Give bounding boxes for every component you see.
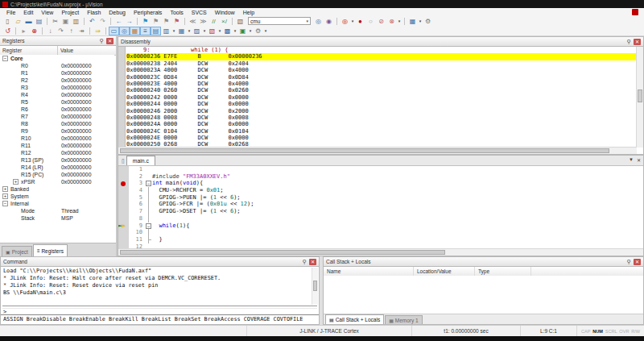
register-row[interactable]: R13 (SP)0x00000000 — [0, 156, 114, 164]
register-row[interactable]: R15 (PC)0x00000000 — [0, 171, 114, 178]
save-icon[interactable]: ▬ — [23, 17, 34, 26]
show-next-statement-icon[interactable]: ⇒ — [93, 27, 103, 35]
scrollbar-thumb[interactable] — [120, 148, 609, 153]
chevron-down-icon[interactable]: ▼ — [629, 157, 634, 163]
analysis-window-icon[interactable]: ▧ — [207, 27, 217, 35]
fold-margin[interactable] — [145, 166, 152, 173]
disassembly-line[interactable]: 0x0000023C 0D84 DCW 0x0D84 — [126, 74, 636, 81]
navigate-back-icon[interactable]: ← — [114, 17, 124, 26]
kill-all-breakpoints-icon[interactable]: ⊗ — [386, 17, 397, 26]
register-row[interactable]: R100x00000000 — [0, 135, 114, 142]
indent-icon[interactable]: ≫ — [198, 17, 208, 26]
tree-expand-icon[interactable]: + — [13, 179, 19, 185]
menu-debug[interactable]: Debug — [105, 10, 130, 15]
run-to-cursor-icon[interactable]: ↠ — [76, 27, 87, 35]
register-row[interactable]: R60x00000000 — [0, 106, 114, 113]
step-into-icon[interactable]: ↓ — [45, 27, 56, 35]
new-file-icon[interactable]: ▯ — [2, 17, 13, 26]
vertical-scrollbar[interactable] — [636, 47, 643, 148]
outdent-icon[interactable]: ≪ — [188, 17, 198, 26]
fold-margin[interactable] — [145, 229, 152, 236]
disassembly-line[interactable]: 0x0000024A 0000 DCW 0x0000 — [126, 121, 636, 127]
breakpoint-margin[interactable] — [118, 187, 129, 194]
pin-icon[interactable]: ⚲ — [303, 259, 307, 265]
fold-margin[interactable]: − — [145, 222, 152, 230]
symbols-window-icon[interactable]: ▦ — [130, 27, 140, 35]
callstack-window-icon[interactable]: ▤ — [151, 27, 161, 35]
menu-peripherals[interactable]: Peripherals — [130, 10, 166, 15]
breakpoint-margin[interactable] — [118, 201, 129, 208]
register-row[interactable]: R110x00000000 — [0, 142, 114, 149]
run-icon[interactable]: ▸ — [19, 27, 29, 35]
stop-icon[interactable]: ⊗ — [29, 27, 39, 35]
pin-icon[interactable]: ⚲ — [627, 259, 631, 265]
uncomment-icon[interactable]: ×/ — [219, 17, 229, 26]
enable-breakpoint-icon[interactable]: ○ — [365, 17, 376, 26]
find-combobox[interactable]: cmu▾ — [248, 17, 311, 25]
menu-svcs[interactable]: SVCS — [188, 10, 211, 15]
find-icon[interactable]: ◉ — [324, 17, 334, 26]
fold-margin[interactable] — [145, 208, 152, 215]
fold-margin[interactable] — [145, 194, 152, 202]
menu-help[interactable]: Help — [239, 10, 258, 15]
disassembly-line[interactable]: 0x0000023E 4000 DCW 0x4000 — [126, 81, 636, 87]
register-row[interactable]: R30x00000000 — [0, 84, 114, 91]
close-icon[interactable]: ✕ — [634, 39, 641, 45]
system-viewer-icon[interactable]: ▣ — [237, 27, 248, 35]
column-header-type[interactable]: Type — [475, 267, 531, 276]
editor-line[interactable]: 7 GPIOG->DSET |= (1 << 6); — [118, 208, 643, 215]
scrollbar-thumb[interactable] — [313, 281, 317, 291]
editor-line[interactable]: 4 CMU->RCHFCR = 0x01; — [118, 187, 643, 194]
column-header-location-value[interactable]: Location/Value — [414, 267, 475, 276]
register-row[interactable]: −Core — [0, 55, 114, 62]
register-row[interactable]: R10x00000000 — [0, 69, 114, 77]
breakpoint-margin[interactable] — [118, 180, 129, 187]
bookmark-next-icon[interactable]: ⚑ — [161, 17, 171, 26]
editor-line[interactable]: ►►9− while(1){ — [118, 222, 643, 230]
register-row[interactable]: R00x00000000 — [0, 62, 114, 69]
chevron-down-icon[interactable]: ▾ — [397, 19, 402, 23]
disassembly-line[interactable]: 0x0000024E 0000 DCW 0x0000 — [126, 135, 636, 141]
disassembly-line[interactable]: 0x00000240 0260 DCW 0x0260 — [126, 87, 636, 94]
register-row[interactable]: +System — [0, 193, 114, 200]
disassembly-line[interactable]: 0x00000236 E7FE B 0x00000236► — [126, 53, 636, 60]
debug-session-icon[interactable]: ◎ — [340, 17, 350, 26]
tab-project[interactable]: ▣Project — [2, 246, 32, 256]
editor-line[interactable]: 2#include "FM33A0XXEV.h" — [118, 173, 643, 181]
disassembly-line[interactable]: 0x0000024C 0104 DCW 0x0104 — [126, 128, 636, 135]
tree-expand-icon[interactable]: + — [2, 186, 8, 192]
menu-tools[interactable]: Tools — [166, 10, 187, 15]
close-icon[interactable]: ✕ — [637, 157, 641, 163]
disable-all-breakpoints-icon[interactable]: ⊘ — [376, 17, 386, 26]
open-file-icon[interactable]: ▱ — [13, 17, 23, 26]
breakpoint-margin[interactable] — [118, 236, 129, 243]
command-functions-bar[interactable]: ASSIGN BreakDisable BreakEnable BreakKil… — [1, 314, 319, 324]
register-row[interactable]: +xPSR0x00000000 — [0, 178, 114, 185]
register-row[interactable]: ModeThread — [0, 207, 114, 214]
editor-line[interactable]: 6 GPIOG->FCR |= (0x01u << 12); — [118, 201, 643, 208]
undo-icon[interactable]: ↶ — [87, 17, 97, 26]
register-row[interactable]: R20x00000000 — [0, 77, 114, 84]
vertical-scrollbar[interactable] — [312, 268, 318, 305]
register-row[interactable]: StackMSP — [0, 214, 114, 222]
fold-collapse-icon[interactable]: − — [146, 181, 151, 186]
breakpoint-margin[interactable] — [118, 173, 129, 181]
comment-icon[interactable]: // — [208, 17, 219, 26]
register-row[interactable]: R50x00000000 — [0, 98, 114, 106]
disassembly-line[interactable]: 0x00000244 0000 DCW 0x0000 — [126, 101, 636, 107]
register-row[interactable]: −Internal — [0, 200, 114, 207]
reset-icon[interactable]: ↺ — [2, 27, 13, 35]
close-icon[interactable]: ✕ — [634, 259, 641, 265]
tab-registers[interactable]: ≡Registers — [33, 244, 68, 256]
breakpoint-margin[interactable]: ►► — [118, 222, 129, 230]
editor-line[interactable]: 5 GPIOG->PUEN |= (1 << 6); — [118, 194, 643, 202]
menu-project[interactable]: Project — [57, 10, 83, 15]
register-row[interactable]: R70x00000000 — [0, 113, 114, 120]
horizontal-scrollbar[interactable] — [118, 248, 643, 256]
editor-line[interactable]: 10 — [118, 229, 643, 236]
fold-collapse-icon[interactable]: − — [146, 223, 151, 229]
menu-file[interactable]: File — [2, 10, 19, 15]
chevron-down-icon[interactable]: ▾ — [263, 28, 268, 33]
fold-margin[interactable] — [145, 173, 152, 181]
menu-view[interactable]: View — [37, 10, 57, 15]
